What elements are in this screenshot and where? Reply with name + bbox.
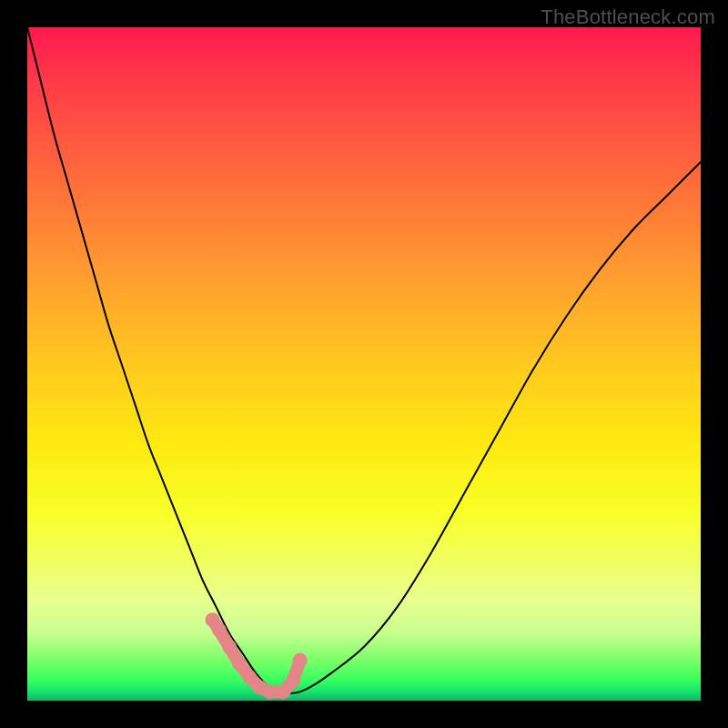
watermark-text: TheBottleneck.com [541, 5, 715, 29]
bottleneck-curve [27, 27, 701, 693]
threshold-dot [293, 653, 308, 668]
curve-layer [27, 27, 701, 701]
chart-frame: TheBottleneck.com [0, 0, 728, 728]
threshold-markers [206, 612, 308, 699]
plot-area [27, 27, 701, 701]
